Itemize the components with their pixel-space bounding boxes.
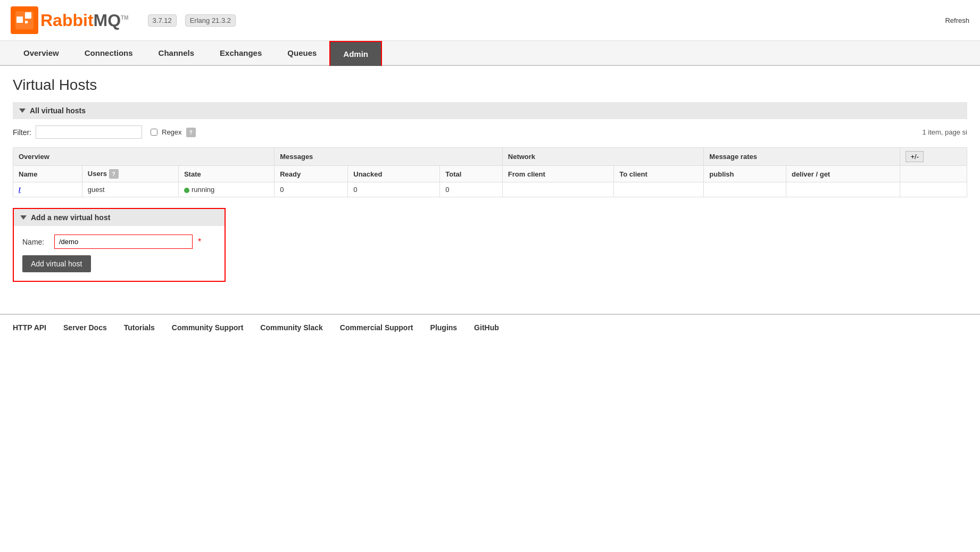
svg-rect-1 [16, 16, 23, 23]
col-ready: Ready [275, 166, 348, 182]
footer-plugins[interactable]: Plugins [430, 323, 458, 332]
col-unacked: Unacked [348, 166, 440, 182]
col-total: Total [440, 166, 503, 182]
row-from-client [502, 182, 614, 197]
row-ready: 0 [275, 182, 348, 197]
footer-http-api[interactable]: HTTP API [13, 323, 46, 332]
col-spacer [900, 166, 967, 182]
row-publish [704, 182, 786, 197]
col-state: State [178, 166, 274, 182]
group-header-rates: Message rates [704, 148, 900, 166]
regex-checkbox[interactable] [151, 129, 157, 136]
help-badge[interactable]: ? [186, 128, 196, 137]
main-content: Virtual Hosts All virtual hosts Filter: … [0, 66, 980, 303]
nav-channels[interactable]: Channels [146, 41, 207, 65]
add-vhost-title: Add a new virtual host [31, 213, 110, 222]
add-vhost-section: Add a new virtual host Name: * Add virtu… [13, 208, 226, 282]
all-vhosts-header: All virtual hosts [13, 102, 967, 119]
users-help[interactable]: ? [109, 169, 119, 179]
row-deliver-get [786, 182, 900, 197]
logo-rabbit: Rabbit [40, 11, 94, 30]
plus-minus-button[interactable]: +/- [906, 151, 924, 162]
footer-tutorials[interactable]: Tutorials [124, 323, 155, 332]
required-star: * [198, 237, 201, 247]
filter-row: Filter: Regex ? 1 item, page si [13, 126, 967, 139]
nav-connections[interactable]: Connections [72, 41, 146, 65]
footer-community-support[interactable]: Community Support [172, 323, 244, 332]
nav-overview[interactable]: Overview [11, 41, 72, 65]
logo-tm: TM [121, 15, 128, 21]
logo: RabbitMQTM [11, 6, 129, 34]
version-badge: 3.7.12 [148, 14, 177, 27]
svg-rect-3 [25, 21, 28, 23]
footer-server-docs[interactable]: Server Docs [63, 323, 107, 332]
filter-input[interactable] [36, 126, 142, 139]
logo-text: RabbitMQTM [40, 11, 129, 30]
row-total: 0 [440, 182, 503, 197]
add-vhost-button[interactable]: Add virtual host [22, 255, 91, 272]
footer-commercial-support[interactable]: Commercial Support [340, 323, 413, 332]
main-nav: Overview Connections Channels Exchanges … [0, 41, 980, 66]
row-unacked: 0 [348, 182, 440, 197]
col-deliver-get: deliver / get [786, 166, 900, 182]
add-vhost-header: Add a new virtual host [14, 209, 225, 226]
row-to-client [614, 182, 704, 197]
row-extra [900, 182, 967, 197]
svg-rect-2 [25, 12, 31, 19]
section-title: All virtual hosts [30, 106, 86, 115]
filter-label: Filter: [13, 128, 31, 137]
row-name[interactable]: / [13, 182, 82, 197]
erlang-badge: Erlang 21.3.2 [185, 14, 236, 27]
col-publish: publish [704, 166, 786, 182]
footer: HTTP API Server Docs Tutorials Community… [0, 314, 980, 340]
name-label: Name: [22, 238, 49, 246]
nav-admin[interactable]: Admin [329, 41, 382, 66]
footer-community-slack[interactable]: Community Slack [260, 323, 322, 332]
col-from-client: From client [502, 166, 614, 182]
logo-icon [11, 6, 38, 34]
row-users: guest [82, 182, 178, 197]
group-header-network: Network [502, 148, 704, 166]
add-vhost-body: Name: * Add virtual host [14, 226, 225, 281]
group-header-messages: Messages [275, 148, 503, 166]
page-info: 1 item, page si [922, 128, 967, 136]
add-vhost-triangle[interactable] [20, 215, 27, 220]
vhost-name-input[interactable] [54, 235, 193, 249]
running-dot [184, 188, 189, 193]
rabbitmq-logo-svg [14, 10, 35, 30]
regex-label: Regex [162, 128, 182, 136]
vhost-table: Overview Messages Network Message rates … [13, 147, 967, 197]
refresh-text[interactable]: Refresh [945, 16, 969, 24]
plus-minus-cell[interactable]: +/- [900, 148, 967, 166]
nav-queues[interactable]: Queues [275, 41, 329, 65]
table-row: / guest running 0 0 0 [13, 182, 967, 197]
group-header-overview: Overview [13, 148, 275, 166]
row-state: running [178, 182, 274, 197]
footer-github[interactable]: GitHub [474, 323, 499, 332]
nav-exchanges[interactable]: Exchanges [207, 41, 275, 65]
col-to-client: To client [614, 166, 704, 182]
name-form-row: Name: * [22, 235, 216, 249]
header: RabbitMQTM 3.7.12 Erlang 21.3.2 Refresh [0, 0, 980, 41]
vhost-link[interactable]: / [19, 186, 21, 194]
col-name: Name [13, 166, 82, 182]
page-title: Virtual Hosts [13, 77, 967, 94]
col-users: Users ? [82, 166, 178, 182]
collapse-triangle[interactable] [19, 108, 26, 113]
